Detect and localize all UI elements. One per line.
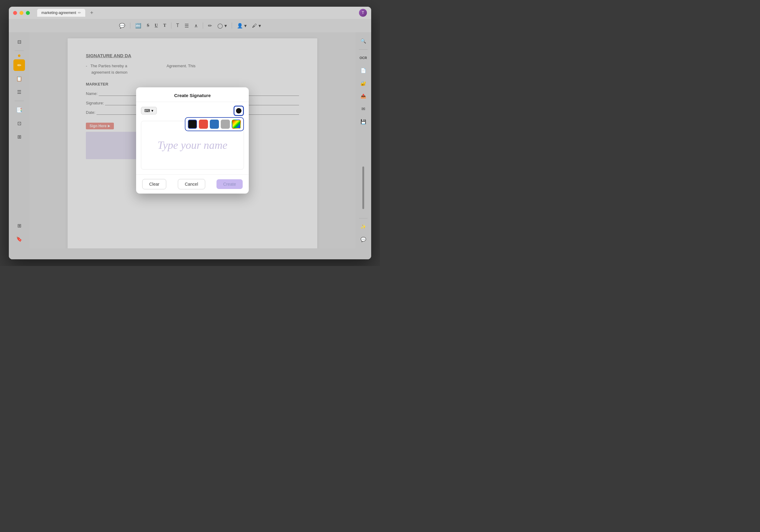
lock-button[interactable]: 🔐 <box>358 78 368 89</box>
strikethrough-tool-button[interactable]: S <box>145 22 151 29</box>
user-avatar[interactable]: T <box>359 9 367 17</box>
tab-label: marketing-agreement <box>41 11 76 15</box>
input-type-selector[interactable]: ⌨ ▾ <box>141 107 157 114</box>
sidebar-redact-button[interactable]: ⊡ <box>13 117 25 129</box>
pen-tool-button[interactable]: ✏ <box>206 22 214 30</box>
ocr-button[interactable]: OCR <box>358 53 368 63</box>
underline-tool-button[interactable]: U <box>153 22 160 29</box>
sidebar-forms-button[interactable]: 📋 <box>13 73 25 84</box>
color-blue[interactable] <box>210 120 219 129</box>
mail-button[interactable]: ✉ <box>358 104 368 114</box>
sidebar-pages-button[interactable]: ☰ <box>13 86 25 98</box>
chat-button[interactable]: 💬 <box>358 234 368 245</box>
modal-footer: Clear Cancel Create <box>136 174 249 194</box>
keyboard-icon: ⌨ <box>144 108 150 113</box>
search-button[interactable]: 🔍 <box>358 36 368 46</box>
align-tool-button[interactable]: ☰ <box>183 22 191 30</box>
color-picker-container <box>234 106 244 116</box>
bottom-bar <box>9 248 371 259</box>
tab-edit-icon: ✏ <box>78 11 81 15</box>
color-gray[interactable] <box>221 120 230 129</box>
clear-button[interactable]: Clear <box>142 179 166 189</box>
new-tab-button[interactable]: + <box>89 10 95 16</box>
shape-tool-button[interactable]: ◯ ▾ <box>215 22 228 30</box>
sidebar-divider-1 <box>15 51 24 51</box>
scrollbar[interactable] <box>362 166 364 209</box>
sidebar-divider-2 <box>15 101 24 101</box>
person-tool-button[interactable]: 👤 ▾ <box>235 22 249 30</box>
sidebar-layers-button[interactable]: ⊞ <box>13 131 25 143</box>
create-signature-modal: Create Signature ⌨ ▾ <box>136 87 249 194</box>
titlebar: marketing-agreement ✏ + T <box>9 7 371 19</box>
document-tab[interactable]: marketing-agreement ✏ <box>37 9 85 17</box>
color-swatch-button[interactable] <box>234 106 244 116</box>
color-swatch-preview <box>236 108 241 113</box>
signature-placeholder: Type your name <box>158 139 227 152</box>
text-box-tool-button[interactable]: T <box>174 22 181 29</box>
color-palette <box>185 117 244 131</box>
sidebar-pages2-button[interactable]: 📑 <box>13 104 25 116</box>
color-red[interactable] <box>199 120 208 129</box>
toolbar-sep-1 <box>130 22 130 28</box>
highlight-tool-button[interactable]: 🔤 <box>133 22 143 30</box>
stamp-tool-button[interactable]: 🖋 ▾ <box>250 22 262 30</box>
left-sidebar: ⊟ ✏ 📋 ☰ 📑 ⊡ ⊞ ⊞ 🔖 <box>9 32 29 248</box>
toolbar-sep-3 <box>203 22 203 28</box>
modal-title: Create Signature <box>136 87 249 102</box>
cancel-button[interactable]: Cancel <box>178 179 205 189</box>
pages-button[interactable]: 📄 <box>358 66 368 76</box>
modal-overlay: Create Signature ⌨ ▾ <box>29 32 355 248</box>
signature-tool-button[interactable]: ∧ <box>192 22 200 30</box>
sidebar-layers2-button[interactable]: ⊞ <box>13 220 25 231</box>
modal-toolbar: ⌨ ▾ <box>136 102 249 116</box>
minimize-button[interactable] <box>20 11 24 15</box>
create-button[interactable]: Create <box>216 179 243 189</box>
save-button[interactable]: 💾 <box>358 116 368 127</box>
content-area: SIGNATURE AND DA - The Parties hereby a … <box>29 32 355 248</box>
sidebar-indicator <box>18 55 21 57</box>
chevron-down-icon: ▾ <box>151 108 154 113</box>
app-window: marketing-agreement ✏ + T 💬 🔤 S U T T ☰ … <box>9 7 371 259</box>
sidebar-bookmark-button[interactable]: 🔖 <box>13 233 25 245</box>
main-layout: ⊟ ✏ 📋 ☰ 📑 ⊡ ⊞ ⊞ 🔖 SIGNATURE AND DA - The… <box>9 32 371 248</box>
close-button[interactable] <box>13 11 17 15</box>
maximize-button[interactable] <box>26 11 30 15</box>
text-tool-button[interactable]: T <box>162 22 168 29</box>
magic-button[interactable]: ✨ <box>358 222 368 232</box>
color-black[interactable] <box>188 120 197 129</box>
right-sidebar: 🔍 OCR 📄 🔐 📤 ✉ 💾 ✨ 💬 <box>355 32 371 248</box>
right-divider-1 <box>359 49 367 50</box>
color-rainbow[interactable] <box>232 120 241 129</box>
export-button[interactable]: 📤 <box>358 91 368 101</box>
main-toolbar: 💬 🔤 S U T T ☰ ∧ ✏ ◯ ▾ 👤 ▾ 🖋 ▾ <box>9 19 371 32</box>
toolbar-sep-4 <box>232 22 232 28</box>
comment-tool-button[interactable]: 💬 <box>117 22 127 30</box>
toolbar-sep-2 <box>171 22 171 28</box>
sidebar-panel-button[interactable]: ⊟ <box>13 36 25 48</box>
sidebar-edit-button[interactable]: ✏ <box>13 59 25 71</box>
